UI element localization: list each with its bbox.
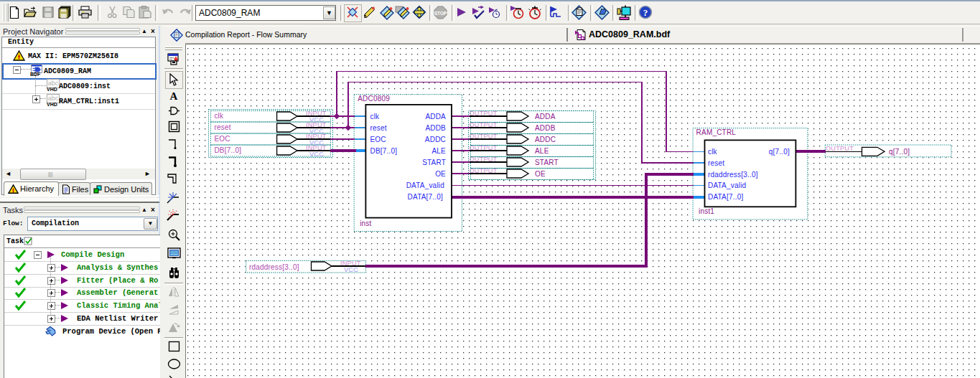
svg-text:ADDA: ADDA: [425, 113, 446, 121]
svg-text:DB[7..0]: DB[7..0]: [370, 147, 398, 155]
svg-text:OUTPUT: OUTPUT: [470, 110, 498, 117]
svg-text:reset: reset: [708, 159, 724, 167]
svg-text:rdaddress[3..0]: rdaddress[3..0]: [249, 263, 299, 271]
svg-text:OUTPUT: OUTPUT: [470, 144, 498, 151]
svg-text:q[7..0]: q[7..0]: [769, 148, 790, 156]
svg-text:?: ?: [643, 7, 648, 18]
svg-text:OE: OE: [435, 170, 446, 178]
svg-text:STOP: STOP: [434, 11, 447, 16]
svg-text:reset: reset: [370, 124, 387, 132]
svg-text:OUTPUT: OUTPUT: [470, 156, 498, 163]
svg-text:q[7..0]: q[7..0]: [889, 148, 910, 156]
svg-text:START: START: [535, 159, 559, 166]
svg-text:inst: inst: [360, 219, 371, 227]
svg-text:ADDA: ADDA: [535, 113, 556, 121]
svg-text:ALE: ALE: [431, 147, 446, 155]
svg-text:ADDC: ADDC: [425, 136, 446, 143]
svg-text:ALE: ALE: [535, 147, 549, 155]
svg-text:ADDB: ADDB: [425, 124, 446, 132]
svg-text:VCC: VCC: [309, 151, 324, 158]
svg-text:DATA_valid: DATA_valid: [406, 181, 444, 189]
svg-text:DATA[7..0]: DATA[7..0]: [708, 193, 743, 201]
svg-text:clk: clk: [370, 113, 381, 121]
svg-text:DATA[7..0]: DATA[7..0]: [408, 193, 443, 201]
svg-text:OUTPUT: OUTPUT: [826, 145, 854, 152]
svg-text:reset: reset: [214, 123, 230, 131]
svg-text:OUTPUT: OUTPUT: [470, 167, 498, 174]
svg-text:clk: clk: [214, 112, 224, 120]
svg-text:clk: clk: [708, 148, 718, 156]
svg-text:OUTPUT: OUTPUT: [470, 121, 498, 128]
svg-text:inst1: inst1: [699, 207, 714, 215]
svg-text:OE: OE: [535, 170, 546, 178]
svg-text:EOC: EOC: [214, 135, 230, 143]
svg-text:EOC: EOC: [370, 136, 386, 143]
svg-text:DB[7..0]: DB[7..0]: [214, 146, 241, 154]
svg-text:ADC0809: ADC0809: [358, 95, 390, 103]
svg-text:VCC: VCC: [344, 266, 358, 273]
svg-text:START: START: [422, 159, 446, 166]
svg-text:OUTPUT: OUTPUT: [470, 133, 498, 140]
svg-text:ADDB: ADDB: [535, 124, 556, 132]
svg-text:rdaddress[3..0]: rdaddress[3..0]: [708, 171, 758, 179]
svg-text:ADDC: ADDC: [535, 136, 556, 143]
svg-text:DATA_valid: DATA_valid: [708, 181, 746, 189]
svg-text:RAM_CTRL: RAM_CTRL: [696, 128, 737, 136]
